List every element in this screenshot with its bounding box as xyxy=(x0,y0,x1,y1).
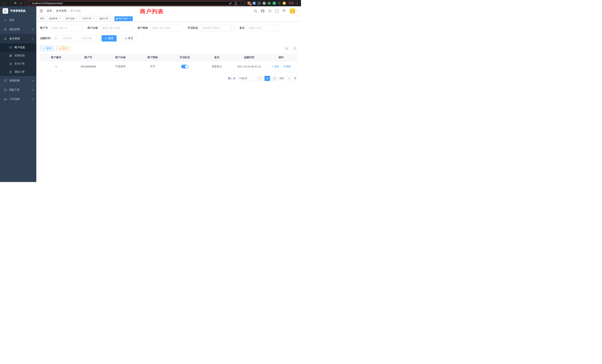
cell-actions: 修改 删除 xyxy=(265,61,298,72)
sidebar-item-merchant-info[interactable]: 商户信息 xyxy=(0,43,36,52)
reload-icon[interactable]: ↻ xyxy=(13,1,18,6)
search-icon[interactable] xyxy=(254,10,257,13)
bookmark-star-icon[interactable]: ☆ xyxy=(240,2,242,5)
sidebar-item-system[interactable]: ⚙ 系统管理 xyxy=(0,25,36,34)
status-toggle[interactable] xyxy=(181,65,189,68)
share-icon[interactable] xyxy=(234,2,237,5)
browser-menu-icon[interactable]: ⋮ xyxy=(295,1,299,5)
export-button[interactable]: 导出 xyxy=(56,46,70,51)
extension-icon[interactable] xyxy=(283,2,286,5)
refresh-table-icon[interactable] xyxy=(292,46,297,51)
avatar-image xyxy=(290,8,295,14)
close-icon[interactable]: × xyxy=(75,17,78,20)
delete-link[interactable]: 删除 xyxy=(283,65,291,68)
toggle-search-icon[interactable] xyxy=(284,46,290,51)
browser-update-button[interactable]: 更新 xyxy=(289,1,294,5)
create-time-range-picker[interactable]: 开始日期 - 结束日期 xyxy=(52,35,97,42)
field-label: 商户简称 xyxy=(138,26,148,30)
site-info-icon[interactable]: i xyxy=(28,2,30,4)
extension-icon[interactable] xyxy=(273,2,276,5)
url-text[interactable]: localhost:1024/pay/merchant xyxy=(32,2,63,5)
table-toolbar: ＋ 新增 导出 xyxy=(40,46,297,51)
sidebar-item-workflow[interactable]: 工作流程 xyxy=(0,95,36,104)
fullscreen-icon[interactable] xyxy=(275,10,279,13)
extension-icon[interactable] xyxy=(278,2,281,5)
reset-button[interactable]: 重置 xyxy=(121,35,136,42)
sidebar-item-payment[interactable]: ¥ 支付管理 xyxy=(0,34,36,43)
chevron-down-icon: ▼ xyxy=(296,10,298,12)
forward-icon[interactable]: → xyxy=(7,1,12,6)
extension-icon[interactable] xyxy=(258,2,261,5)
total-count: 共 1 条 xyxy=(228,77,236,80)
sidebar-item-home[interactable]: 首页 xyxy=(0,16,36,25)
short-name-input[interactable] xyxy=(150,25,183,31)
help-icon[interactable]: ? xyxy=(268,10,271,12)
goto-page-input[interactable] xyxy=(285,76,293,81)
tab-process-form[interactable]: 流程表单 × xyxy=(47,16,63,21)
password-key-icon[interactable] xyxy=(229,2,232,5)
add-button[interactable]: ＋ 新增 xyxy=(40,46,54,51)
extension-icon[interactable] xyxy=(268,2,271,5)
close-icon[interactable]: × xyxy=(109,17,112,20)
sidebar-item-label: 研发工具 xyxy=(9,88,20,92)
tab-refund-order[interactable]: 退款订单 × xyxy=(98,16,113,21)
full-name-input[interactable] xyxy=(100,25,133,31)
field-label: 创建时间 xyxy=(40,37,50,40)
col-short-name: 商户简称 xyxy=(137,54,169,61)
tab-home[interactable]: 首页 xyxy=(38,16,46,21)
remark-input[interactable] xyxy=(247,25,280,31)
col-merchant-no: 商户号 xyxy=(72,54,105,61)
table-row: 1 M233666999 芋道源码 芋艿 我是备注 2021-10-23 08:… xyxy=(40,61,297,72)
extension-icon[interactable] xyxy=(253,2,256,5)
field-label: 商户号 xyxy=(40,26,48,30)
filter-create-time: 创建时间 开始日期 - 结束日期 xyxy=(40,35,97,42)
dashboard-icon xyxy=(4,19,7,22)
hamburger-icon[interactable] xyxy=(39,9,43,13)
sidebar-item-dev-tools[interactable]: 研发工具 xyxy=(0,85,36,95)
page-size-select[interactable]: 10条/页 xyxy=(237,76,255,81)
font-size-icon[interactable]: TT xyxy=(283,9,286,13)
sidebar-item-pay-order[interactable]: 支付订单 xyxy=(0,60,36,68)
payment-submenu: 商户信息 应用信息 支付订单 退款订单 xyxy=(0,43,36,76)
page-number-button[interactable]: 1 xyxy=(265,76,270,81)
search-button[interactable]: 搜索 xyxy=(102,35,117,42)
github-icon[interactable] xyxy=(261,10,264,13)
status-select[interactable]: 请选择开启状态 xyxy=(200,25,235,31)
address-bar[interactable]: i localhost:1024/pay/merchant ☆ xyxy=(26,1,244,6)
col-create-time: 创建时间 xyxy=(233,54,265,61)
merchant-no-input[interactable] xyxy=(50,25,83,31)
tab-label: 支付订单 xyxy=(83,17,91,20)
user-avatar[interactable]: ▼ xyxy=(290,8,298,14)
col-actions: 操作 xyxy=(265,54,298,61)
extension-icon[interactable] xyxy=(263,2,266,5)
breadcrumb-payment[interactable]: 支付管理 xyxy=(56,9,66,13)
prev-page-button[interactable] xyxy=(257,76,263,81)
sidebar-item-refund-order[interactable]: 退款订单 xyxy=(0,68,36,76)
extension-badge: 10 xyxy=(249,4,252,6)
home-icon[interactable]: ⌂ xyxy=(19,1,23,6)
close-icon[interactable]: × xyxy=(59,17,61,20)
tab-merchant-info[interactable]: 商户信息 × xyxy=(115,16,133,21)
next-page-button[interactable] xyxy=(272,76,278,81)
edit-link[interactable]: 修改 xyxy=(271,65,279,68)
col-remark: 备注 xyxy=(201,54,233,61)
col-merchant-id: 商户编号 xyxy=(40,54,72,61)
tab-pay-order[interactable]: 支付订单 × xyxy=(81,16,97,21)
breadcrumb-home[interactable]: 首页 xyxy=(47,9,52,13)
tab-user-group[interactable]: 用户分组 × xyxy=(64,16,80,21)
extension-icon[interactable]: 10 xyxy=(248,2,251,5)
back-icon[interactable]: ← xyxy=(2,1,7,6)
sidebar-item-infra[interactable]: 基础设施 xyxy=(0,76,36,85)
top-navbar: 首页 / 支付管理 / 商户信息 ? TT xyxy=(36,6,301,16)
filter-short-name: 商户简称 xyxy=(138,25,183,31)
field-label: 备注 xyxy=(239,26,245,30)
app-logo[interactable]: 🐰 芋道管理系统 xyxy=(0,6,36,16)
filter-status: 开启状态 请选择开启状态 xyxy=(188,25,235,31)
close-icon[interactable]: × xyxy=(92,17,95,20)
sidebar-item-app-info[interactable]: 应用信息 xyxy=(0,52,36,60)
gear-icon: ⚙ xyxy=(4,28,7,31)
chevron-up-icon xyxy=(32,38,34,40)
close-icon[interactable]: × xyxy=(129,17,131,20)
end-date-placeholder: 结束日期 xyxy=(79,37,95,40)
refund-doc-icon xyxy=(9,71,12,73)
